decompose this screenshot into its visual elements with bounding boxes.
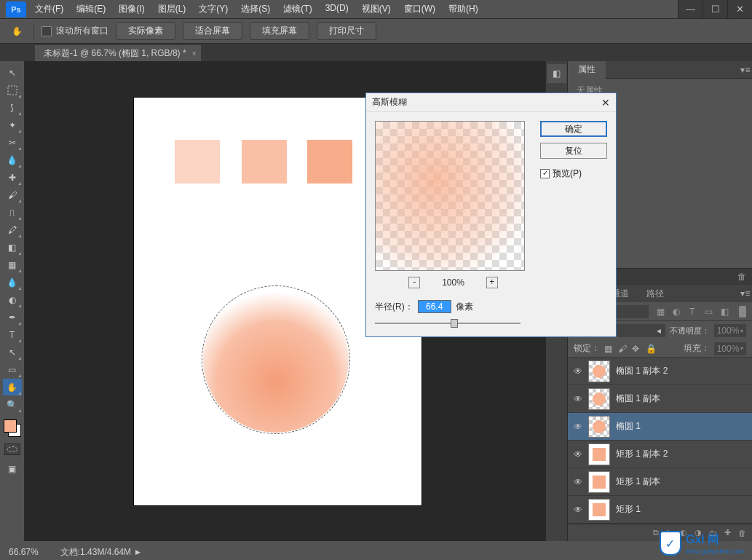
- menu-image[interactable]: 图像(I): [113, 0, 150, 18]
- layer-name-label[interactable]: 矩形 1: [616, 503, 752, 516]
- layer-visibility-icon[interactable]: 👁: [568, 449, 588, 460]
- hand-tool-indicator-icon[interactable]: ✋: [7, 23, 26, 39]
- menu-layer[interactable]: 图层(L): [152, 0, 192, 18]
- foreground-background-swatch[interactable]: [2, 418, 23, 438]
- preview-checkbox[interactable]: ✓ 预览(P): [540, 167, 607, 180]
- filter-smart-icon[interactable]: ◧: [719, 307, 730, 317]
- dialog-close-button[interactable]: ✕: [601, 97, 610, 109]
- menu-file[interactable]: 文件(F): [29, 0, 69, 18]
- history-brush-tool[interactable]: 🖍: [3, 221, 22, 238]
- dialog-titlebar[interactable]: 高斯模糊 ✕: [366, 93, 616, 112]
- layer-row[interactable]: 👁矩形 1 副本: [568, 468, 752, 496]
- close-button[interactable]: ✕: [727, 0, 752, 18]
- layer-thumbnail[interactable]: [588, 471, 610, 493]
- path-select-tool[interactable]: ↖: [3, 344, 22, 360]
- menu-edit[interactable]: 编辑(E): [71, 0, 111, 18]
- dodge-tool[interactable]: ◐: [3, 291, 22, 308]
- eyedropper-tool[interactable]: 💧: [3, 151, 22, 168]
- healing-brush-tool[interactable]: ✚: [3, 169, 22, 186]
- blur-tool[interactable]: 💧: [3, 274, 22, 291]
- zoom-status[interactable]: 66.67%: [9, 547, 39, 557]
- stamp-tool[interactable]: ⎍: [3, 204, 22, 221]
- layer-name-label[interactable]: 椭圆 1 副本: [616, 393, 752, 405]
- layer-thumbnail[interactable]: [588, 388, 610, 410]
- fill-screen-button[interactable]: 填充屏幕: [250, 22, 309, 40]
- screen-mode-button[interactable]: ▣: [3, 460, 22, 477]
- foreground-color-swatch[interactable]: [4, 419, 17, 433]
- layer-row[interactable]: 👁矩形 1: [568, 496, 752, 524]
- print-size-button[interactable]: 打印尺寸: [317, 22, 376, 40]
- wand-tool[interactable]: ✦: [3, 117, 22, 133]
- ok-button[interactable]: 确定: [540, 121, 607, 137]
- opacity-input[interactable]: 100%▾: [714, 324, 746, 337]
- fit-screen-button[interactable]: 适合屏幕: [183, 22, 242, 40]
- zoom-in-button[interactable]: +: [486, 277, 498, 288]
- marquee-tool[interactable]: [3, 82, 22, 98]
- panel-icon-history[interactable]: ◧: [547, 64, 566, 83]
- blur-preview[interactable]: [375, 121, 525, 271]
- panel-menu-icon[interactable]: ▾≡: [739, 65, 752, 75]
- actual-pixels-button[interactable]: 实际像素: [116, 22, 175, 40]
- layer-thumbnail[interactable]: [588, 443, 610, 465]
- layer-row[interactable]: 👁椭圆 1 副本 2: [568, 358, 752, 385]
- move-tool[interactable]: ↖: [3, 64, 22, 81]
- layer-name-label[interactable]: 矩形 1 副本 2: [616, 448, 752, 460]
- slider-thumb[interactable]: [451, 319, 458, 328]
- layer-row[interactable]: 👁椭圆 1 副本: [568, 385, 752, 413]
- fill-input[interactable]: 100%▾: [714, 342, 746, 355]
- reset-button[interactable]: 复位: [540, 143, 607, 159]
- menu-3d[interactable]: 3D(D): [320, 0, 355, 18]
- hand-tool[interactable]: ✋: [3, 379, 22, 395]
- status-arrow-icon[interactable]: ▶: [135, 548, 140, 556]
- menu-filter[interactable]: 滤镜(T): [277, 0, 317, 18]
- menu-window[interactable]: 窗口(W): [398, 0, 441, 18]
- filter-toggle-switch[interactable]: [739, 306, 746, 318]
- layer-row[interactable]: 👁矩形 1 副本 2: [568, 441, 752, 468]
- layers-panel-menu-icon[interactable]: ▾≡: [739, 288, 752, 299]
- zoom-out-button[interactable]: -: [408, 277, 420, 288]
- menu-help[interactable]: 帮助(H): [443, 0, 484, 18]
- eraser-tool[interactable]: ◧: [3, 239, 22, 256]
- layer-name-label[interactable]: 矩形 1 副本: [616, 476, 752, 488]
- lock-all-icon[interactable]: 🔒: [646, 344, 656, 354]
- brush-tool[interactable]: 🖌: [3, 186, 22, 203]
- maximize-button[interactable]: ☐: [702, 0, 727, 18]
- menu-type[interactable]: 文字(Y): [193, 0, 234, 18]
- minimize-button[interactable]: —: [678, 0, 702, 18]
- crop-tool[interactable]: ✂: [3, 134, 22, 151]
- rectangle-tool[interactable]: ▭: [3, 361, 22, 378]
- layer-thumbnail[interactable]: [588, 499, 610, 521]
- filter-shape-icon[interactable]: ▭: [702, 307, 714, 317]
- layer-visibility-icon[interactable]: 👁: [568, 422, 588, 432]
- layer-name-label[interactable]: 椭圆 1 副本 2: [616, 365, 752, 377]
- lock-pixels-icon[interactable]: 🖌: [618, 344, 628, 354]
- properties-tab[interactable]: 属性: [568, 61, 606, 79]
- layer-visibility-icon[interactable]: 👁: [568, 366, 588, 376]
- radius-slider[interactable]: [375, 319, 521, 328]
- layer-row[interactable]: 👁椭圆 1: [568, 413, 752, 441]
- document-tab[interactable]: 未标题-1 @ 66.7% (椭圆 1, RGB/8) * ×: [35, 45, 201, 61]
- gradient-tool[interactable]: ▦: [3, 256, 22, 273]
- document-info[interactable]: 文档:1.43M/4.64M ▶: [60, 546, 140, 559]
- zoom-tool[interactable]: 🔍: [3, 396, 22, 413]
- layer-name-label[interactable]: 椭圆 1: [616, 420, 752, 433]
- layer-visibility-icon[interactable]: 👁: [568, 394, 588, 404]
- lasso-tool[interactable]: ⟆: [3, 99, 22, 116]
- lock-position-icon[interactable]: ✥: [632, 344, 642, 354]
- filter-adjust-icon[interactable]: ◐: [670, 307, 682, 317]
- layer-visibility-icon[interactable]: 👁: [568, 505, 588, 515]
- filter-pixel-icon[interactable]: ▦: [654, 307, 666, 317]
- radius-input[interactable]: 66.4: [418, 300, 451, 313]
- pen-tool[interactable]: ✒: [3, 309, 22, 326]
- layer-visibility-icon[interactable]: 👁: [568, 477, 588, 487]
- scroll-all-windows-checkbox[interactable]: 滚动所有窗口: [41, 25, 108, 37]
- filter-type-icon[interactable]: T: [686, 307, 698, 317]
- layer-thumbnail[interactable]: [588, 360, 610, 382]
- type-tool[interactable]: T: [3, 326, 22, 343]
- trash-icon[interactable]: 🗑: [737, 272, 746, 282]
- menu-view[interactable]: 视图(V): [356, 0, 397, 18]
- layer-thumbnail[interactable]: [588, 416, 610, 438]
- quick-mask-toggle[interactable]: [4, 443, 20, 455]
- menu-select[interactable]: 选择(S): [235, 0, 276, 18]
- lock-transparency-icon[interactable]: ▦: [604, 344, 614, 354]
